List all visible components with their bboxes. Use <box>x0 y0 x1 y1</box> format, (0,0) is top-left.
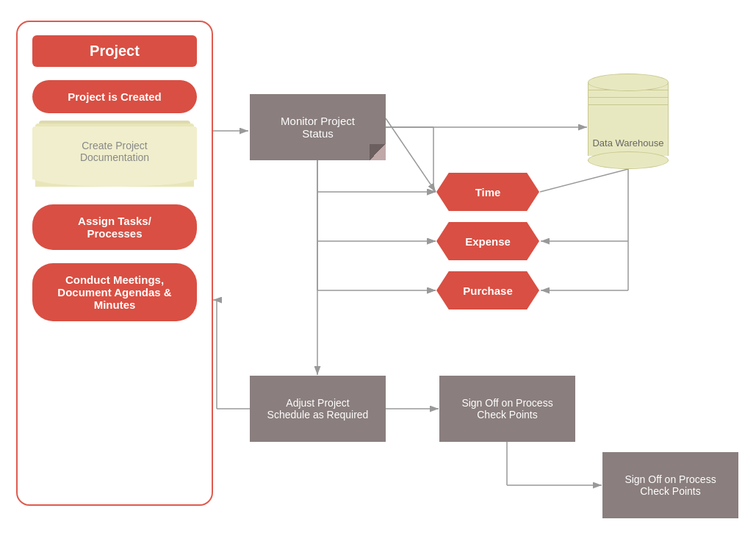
project-created-pill: Project is Created <box>32 80 197 113</box>
assign-tasks-pill: Assign Tasks/Processes <box>32 204 197 250</box>
time-hex: Time <box>436 173 539 211</box>
data-warehouse: Data Warehouse <box>588 74 669 169</box>
panel-title: Project <box>32 35 197 67</box>
doc-main: Create ProjectDocumentation <box>32 126 197 179</box>
adjust-schedule-box: Adjust ProjectSchedule as Required <box>250 376 386 442</box>
conduct-meetings-pill: Conduct Meetings,Document Agendas &Minut… <box>32 263 197 321</box>
monitor-project-box: Monitor ProjectStatus <box>250 94 386 160</box>
left-panel: Project Project is Created Create Projec… <box>16 21 213 506</box>
signoff1-box: Sign Off on ProcessCheck Points <box>439 376 575 442</box>
dw-label: Data Warehouse <box>588 137 669 149</box>
line-time-to-dw <box>540 169 628 192</box>
purchase-hex: Purchase <box>436 271 539 310</box>
create-doc-shape: Create ProjectDocumentation <box>32 126 197 185</box>
doc-label: Create ProjectDocumentation <box>80 140 149 163</box>
arrow-monitor-to-time <box>386 118 436 192</box>
signoff2-box: Sign Off on ProcessCheck Points <box>602 452 738 518</box>
diagram-canvas: Project Project is Created Create Projec… <box>0 0 756 533</box>
expense-hex: Expense <box>436 222 539 260</box>
